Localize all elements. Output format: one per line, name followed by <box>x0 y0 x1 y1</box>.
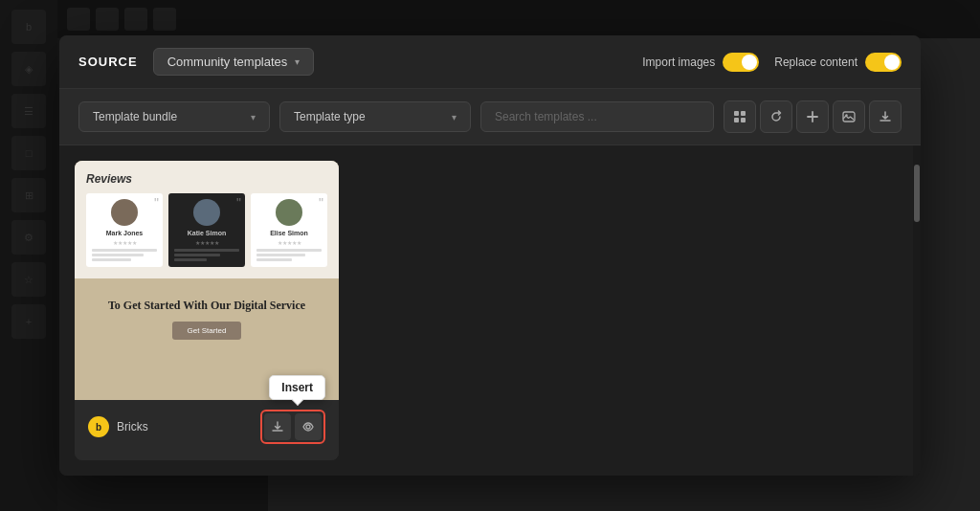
template-preview-button[interactable] <box>295 413 322 440</box>
scrollbar[interactable] <box>913 145 921 476</box>
review-line <box>256 254 305 256</box>
source-dropdown-text: Community templates <box>167 55 288 69</box>
preview-reviews-title: Reviews <box>86 172 327 186</box>
review-line <box>92 249 157 252</box>
preview-avatar-1 <box>111 199 138 226</box>
template-type-dropdown[interactable]: Template type ▾ <box>279 101 471 132</box>
reviewer-stars-1: ★★★★★ <box>113 239 137 246</box>
quote-icon-1: " <box>154 195 159 211</box>
chevron-down-icon: ▾ <box>295 56 300 67</box>
grid-view-button[interactable] <box>724 100 756 133</box>
replace-content-group: Replace content <box>774 53 902 72</box>
review-lines-2 <box>174 249 239 261</box>
card-actions: Insert <box>260 410 325 444</box>
preview-avatar-3 <box>276 199 302 226</box>
quote-icon-2: " <box>236 195 241 211</box>
review-line <box>256 258 292 261</box>
preview-review-cards: " Mark Jones ★★★★★ <box>86 193 327 267</box>
replace-content-label: Replace content <box>774 56 858 69</box>
type-chevron-icon: ▾ <box>452 112 457 122</box>
modal-header: SOURCE Community templates ▾ Import imag… <box>59 35 921 89</box>
brand-logo: b <box>88 416 109 437</box>
svg-rect-3 <box>741 118 746 122</box>
svg-rect-2 <box>734 118 739 122</box>
header-right: Import images Replace content <box>642 53 902 72</box>
template-bundle-dropdown[interactable]: Template bundle ▾ <box>78 101 270 132</box>
template-modal: SOURCE Community templates ▾ Import imag… <box>59 35 921 476</box>
review-line <box>92 258 131 261</box>
scroll-thumb <box>914 165 920 222</box>
search-input[interactable] <box>480 101 714 132</box>
insert-action-wrapper: Insert <box>260 410 325 444</box>
template-type-label: Template type <box>294 110 366 123</box>
insert-tooltip: Insert <box>269 375 325 400</box>
reviewer-stars-2: ★★★★★ <box>195 239 219 246</box>
svg-rect-1 <box>741 111 746 116</box>
reviewer-name-1: Mark Jones <box>106 230 144 236</box>
reviewer-name-3: Elise Simon <box>270 230 308 236</box>
review-line <box>174 258 207 261</box>
preview-hero-section: To Get Started With Our Digital Service … <box>75 278 339 359</box>
search-wrapper <box>480 101 714 132</box>
template-card[interactable]: Reviews " Mark Jones ★★★★★ <box>75 161 339 460</box>
reviewer-name-2: Katie Simon <box>188 230 226 236</box>
import-images-group: Import images <box>642 53 759 72</box>
preview-avatar-2 <box>193 199 220 226</box>
svg-rect-0 <box>734 111 739 116</box>
preview-review-card-1: " Mark Jones ★★★★★ <box>86 193 163 267</box>
template-download-button[interactable] <box>264 413 291 440</box>
brand-name: Bricks <box>117 420 148 433</box>
replace-content-toggle[interactable] <box>865 53 902 72</box>
template-preview: Reviews " Mark Jones ★★★★★ <box>75 161 339 400</box>
action-group-highlighted <box>260 410 325 444</box>
add-button[interactable] <box>796 100 829 133</box>
template-card-footer: b Bricks Insert <box>75 400 339 454</box>
source-label: SOURCE <box>78 55 138 69</box>
action-buttons-row <box>264 413 322 440</box>
review-lines-3 <box>256 249 322 261</box>
template-card-name: Digital - Home <box>75 454 339 460</box>
preview-review-card-2: " Katie Simon ★★★★★ <box>168 193 245 267</box>
preview-reviews-section: Reviews " Mark Jones ★★★★★ <box>75 161 339 278</box>
quote-icon-3: " <box>319 195 323 211</box>
review-line <box>174 254 220 256</box>
review-line <box>92 254 144 256</box>
review-lines-1 <box>92 249 157 261</box>
download-toolbar-button[interactable] <box>869 100 902 133</box>
refresh-button[interactable] <box>760 100 792 133</box>
modal-body: Reviews " Mark Jones ★★★★★ <box>59 145 921 476</box>
review-line <box>174 249 239 252</box>
preview-hero-title: To Get Started With Our Digital Service <box>108 298 305 314</box>
bundle-chevron-icon: ▾ <box>251 112 256 122</box>
filter-bar: Template bundle ▾ Template type ▾ <box>59 89 921 145</box>
modal-overlay: SOURCE Community templates ▾ Import imag… <box>0 0 980 511</box>
template-bundle-label: Template bundle <box>93 110 177 123</box>
toolbar-icons <box>724 100 902 133</box>
templates-grid: Reviews " Mark Jones ★★★★★ <box>59 145 913 476</box>
preview-hero-btn: Get Started <box>172 322 242 340</box>
reviewer-stars-3: ★★★★★ <box>278 239 301 246</box>
source-dropdown[interactable]: Community templates ▾ <box>153 48 315 76</box>
review-line <box>256 249 322 252</box>
svg-point-8 <box>306 425 310 429</box>
image-button[interactable] <box>833 100 865 133</box>
preview-review-card-3: " Elise Simon ★★★★★ <box>251 193 327 267</box>
import-images-label: Import images <box>642 56 715 69</box>
import-images-toggle[interactable] <box>723 53 759 72</box>
